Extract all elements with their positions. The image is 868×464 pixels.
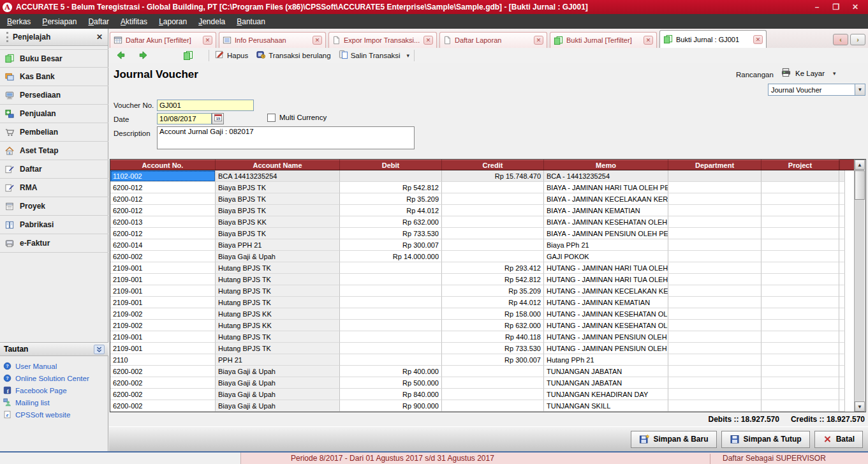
- table-cell[interactable]: Hutang BPJS TK: [216, 285, 340, 297]
- table-cell[interactable]: 6200-002: [110, 389, 216, 400]
- transaksi-berulang-button[interactable]: Transaksi berulang: [252, 49, 334, 62]
- date-picker-button[interactable]: 15: [212, 113, 224, 124]
- link-mailing-list[interactable]: Mailing list: [0, 396, 108, 408]
- table-cell[interactable]: Rp 632.000: [340, 216, 442, 228]
- table-cell[interactable]: TUNJANGAN KEHADIRAN DAY: [544, 389, 668, 400]
- table-cell[interactable]: [668, 228, 761, 239]
- table-cell[interactable]: BIAYA - JAMINAN KECELAKAAN KERJA: [544, 193, 668, 205]
- scroll-up-icon[interactable]: ▲: [855, 160, 865, 170]
- multi-currency-checkbox[interactable]: [267, 114, 276, 122]
- tab-scroll-right-icon[interactable]: ›: [850, 34, 865, 45]
- tab-close-icon[interactable]: ✕: [313, 36, 322, 45]
- table-cell[interactable]: [668, 182, 761, 193]
- table-cell[interactable]: Hutang BPJS TK: [216, 343, 340, 354]
- table-cell[interactable]: 2109-002: [110, 320, 216, 331]
- table-cell[interactable]: Rp 733.530: [340, 228, 442, 239]
- table-cell[interactable]: [668, 170, 761, 182]
- table-cell[interactable]: [668, 331, 761, 343]
- hapus-button[interactable]: Hapus: [211, 49, 252, 62]
- table-cell[interactable]: 2109-001: [110, 331, 216, 343]
- tab-info-perusahaan[interactable]: Info Perusahaan✕: [219, 32, 326, 48]
- table-cell[interactable]: Rp 300.007: [340, 239, 442, 251]
- table-cell[interactable]: [761, 308, 839, 320]
- table-cell[interactable]: [668, 366, 761, 377]
- table-cell[interactable]: [340, 331, 442, 343]
- tab-close-icon[interactable]: ✕: [534, 36, 543, 45]
- table-row[interactable]: 6200-014Biaya PPH 21Rp 300.007Biaya PPh …: [110, 239, 854, 251]
- table-cell[interactable]: [761, 274, 839, 285]
- table-cell[interactable]: Rp 500.000: [340, 377, 442, 389]
- table-cell[interactable]: [761, 182, 839, 193]
- sidebar-item-penjualan[interactable]: Penjualan: [0, 105, 108, 123]
- table-row[interactable]: 6200-012Biaya BPJS TKRp 542.812BIAYA - J…: [110, 182, 854, 193]
- batal-button[interactable]: Batal: [814, 431, 863, 448]
- sidebar-item-proyek[interactable]: Proyek: [0, 197, 108, 216]
- table-cell[interactable]: Biaya Gaji & Upah: [216, 366, 340, 377]
- table-cell[interactable]: Hutang BPJS KK: [216, 320, 340, 331]
- table-cell[interactable]: Hutang BPJS KK: [216, 308, 340, 320]
- table-cell[interactable]: 6200-002: [110, 377, 216, 389]
- table-cell[interactable]: [761, 285, 839, 297]
- rancangan-button[interactable]: Rancangan: [736, 71, 774, 79]
- table-row[interactable]: 6200-002Biaya Gaji & UpahRp 900.000TUNJA…: [110, 400, 854, 412]
- sidebar-close-icon[interactable]: ✕: [96, 33, 103, 41]
- table-cell[interactable]: [340, 354, 442, 366]
- table-cell[interactable]: 2109-001: [110, 262, 216, 274]
- tab-close-icon[interactable]: ✕: [203, 36, 212, 45]
- table-cell[interactable]: Biaya BPJS TK: [216, 228, 340, 239]
- table-row[interactable]: 2109-001Hutang BPJS TKRp 35.209HUTANG - …: [110, 285, 854, 297]
- voucher-no-input[interactable]: GJ001: [157, 100, 254, 111]
- table-cell[interactable]: HUTANG - JAMINAN KESEHATAN OLEH: [544, 308, 668, 320]
- table-cell[interactable]: Rp 400.000: [340, 366, 442, 377]
- tautan-header[interactable]: Tautan: [0, 342, 108, 356]
- table-cell[interactable]: HUTANG - JAMINAN KESEHATAN OLEH: [544, 320, 668, 331]
- link-online-solution-center[interactable]: ?Online Solution Center: [0, 372, 108, 384]
- table-cell[interactable]: Biaya BPJS TK: [216, 193, 340, 205]
- sidebar-item-aset-tetap[interactable]: Aset Tetap: [0, 142, 108, 160]
- table-cell[interactable]: 6200-002: [110, 251, 216, 262]
- table-cell[interactable]: [668, 285, 761, 297]
- table-cell[interactable]: 6200-012: [110, 193, 216, 205]
- table-row[interactable]: 2109-002Hutang BPJS KKRp 158.000HUTANG -…: [110, 308, 854, 320]
- link-cpssoft-website[interactable]: eCPSSoft website: [0, 408, 108, 421]
- table-cell[interactable]: Rp 35.209: [340, 193, 442, 205]
- table-cell[interactable]: [340, 297, 442, 308]
- table-cell[interactable]: HUTANG - JAMINAN PENSIUN OLEH K: [544, 331, 668, 343]
- table-cell[interactable]: [761, 354, 839, 366]
- link-user-manual[interactable]: ?User Manual: [0, 360, 108, 372]
- tab-daftar-akun-terfilter[interactable]: Daftar Akun [Terfilter]✕: [110, 32, 216, 48]
- table-row[interactable]: 6200-012Biaya BPJS TKRp 733.530BIAYA - J…: [110, 228, 854, 239]
- table-cell[interactable]: Biaya BPJS TK: [216, 182, 340, 193]
- table-cell[interactable]: 2109-002: [110, 308, 216, 320]
- table-cell[interactable]: [668, 251, 761, 262]
- sidebar-item-persediaan[interactable]: Persediaan: [0, 86, 108, 105]
- table-cell[interactable]: Rp 440.118: [442, 331, 544, 343]
- table-cell[interactable]: Rp 542.812: [340, 182, 442, 193]
- sidebar-item-e-faktur[interactable]: e-Faktur: [0, 234, 108, 253]
- table-cell[interactable]: [761, 400, 839, 412]
- table-cell[interactable]: BIAYA - JAMINAN KESEHATAN OLEH P: [544, 216, 668, 228]
- grip-handle-icon[interactable]: [6, 32, 8, 42]
- tab-expor-impor-transaksi[interactable]: Expor Impor Transaksi...✕: [328, 32, 437, 48]
- table-cell[interactable]: Rp 840.000: [340, 389, 442, 400]
- tab-bukti-jurnal-terfilter[interactable]: Bukti Jurnal [Terfilter]✕: [550, 32, 657, 48]
- table-cell[interactable]: [668, 193, 761, 205]
- table-cell[interactable]: [761, 343, 839, 354]
- menu-item-daftar[interactable]: Daftar: [82, 15, 115, 28]
- table-cell[interactable]: [340, 308, 442, 320]
- sidebar-item-buku-besar[interactable]: Buku Besar: [0, 49, 108, 68]
- tab-scroll-left-icon[interactable]: ‹: [833, 34, 848, 45]
- menu-item-laporan[interactable]: Laporan: [153, 15, 193, 28]
- table-cell[interactable]: [668, 297, 761, 308]
- table-cell[interactable]: Biaya Gaji & Upah: [216, 377, 340, 389]
- table-cell[interactable]: [668, 216, 761, 228]
- simpan-baru-button[interactable]: Simpan & Baru: [631, 431, 717, 448]
- table-cell[interactable]: [442, 239, 544, 251]
- tab-bukti-jurnal-gj001[interactable]: Bukti Jurnal : GJ001✕: [659, 30, 767, 48]
- table-cell[interactable]: [442, 228, 544, 239]
- table-cell[interactable]: BCA 14413235254: [216, 170, 340, 182]
- table-row[interactable]: 6200-013Biaya BPJS KKRp 632.000BIAYA - J…: [110, 216, 854, 228]
- column-header-memo[interactable]: Memo: [544, 160, 668, 170]
- table-cell[interactable]: [668, 262, 761, 274]
- table-cell[interactable]: [668, 377, 761, 389]
